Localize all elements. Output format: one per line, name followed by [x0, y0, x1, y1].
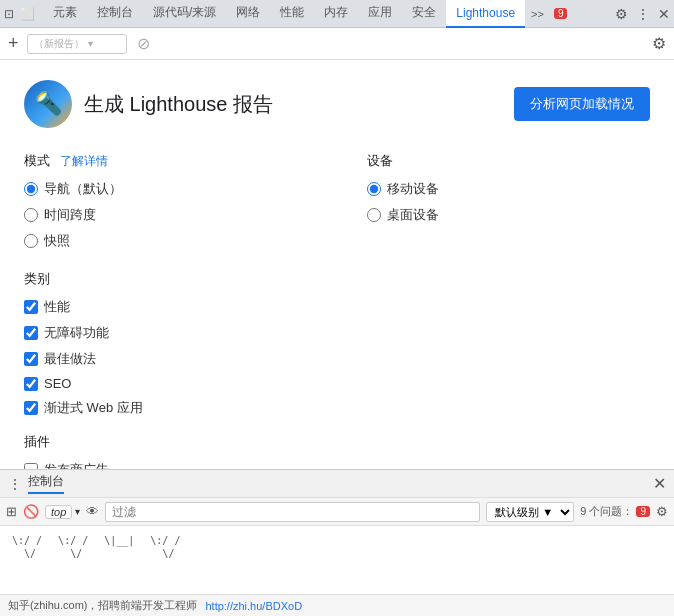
plugins-checkbox-group: 发布商广告 [24, 461, 650, 469]
devtools-icon2[interactable]: ⬜ [20, 7, 35, 21]
tab-security[interactable]: 安全 [402, 0, 446, 28]
mode-option-snapshot[interactable]: 快照 [24, 232, 307, 250]
art-item-1: \:/ / \/ [12, 534, 42, 560]
plugin-publisher-ads-label: 发布商广告 [44, 461, 109, 469]
console-level-select[interactable]: 默认级别 ▼ [486, 502, 574, 522]
console-bottom-text: 知乎(zhihu.com)，招聘前端开发工程师 [8, 598, 197, 613]
devtools-tabs: 元素 控制台 源代码/来源 网络 性能 内存 应用 安全 Lighthouse … [43, 0, 615, 28]
mode-radio-snapshot[interactable] [24, 234, 38, 248]
category-pwa-checkbox[interactable] [24, 401, 38, 415]
category-pwa[interactable]: 渐进式 Web 应用 [24, 399, 650, 417]
console-tab-label[interactable]: 控制台 [28, 473, 64, 494]
tab-network[interactable]: 网络 [226, 0, 270, 28]
console-bottom-bar: 知乎(zhihu.com)，招聘前端开发工程师 http://zhi.hu/BD… [0, 594, 674, 616]
tab-overflow[interactable]: >> [525, 8, 550, 20]
top-badge: top [45, 505, 72, 519]
tab-badge: 9 [554, 8, 568, 19]
console-filter-input[interactable] [105, 502, 480, 522]
plugins-section: 插件 发布商广告 [24, 433, 650, 469]
form-row: 模式 了解详情 导航（默认） 时间跨度 快照 设备 [24, 152, 650, 250]
title-area: 🔦 生成 Lighthouse 报告 [24, 80, 273, 128]
more-icon[interactable]: ⋮ [636, 6, 650, 22]
devtools-icon1[interactable]: ⊡ [4, 7, 14, 21]
mode-label-navigation: 导航（默认） [44, 180, 122, 198]
mode-learn-more-link[interactable]: 了解详情 [60, 154, 108, 168]
plugin-publisher-ads[interactable]: 发布商广告 [24, 461, 650, 469]
top-selector[interactable]: top ▾ [45, 505, 80, 519]
top-dropdown-arrow[interactable]: ▾ [75, 506, 80, 517]
console-close-button[interactable]: ✕ [653, 474, 666, 493]
issues-count-label: 9 个问题： [580, 504, 633, 519]
lighthouse-settings-icon[interactable]: ⚙ [652, 34, 666, 53]
bottom-panel: ⋮ 控制台 ✕ ⊞ 🚫 top ▾ 👁 默认级别 ▼ 9 个问题： 9 ⚙ \:… [0, 469, 674, 616]
device-radio-desktop[interactable] [367, 208, 381, 222]
report-select[interactable]: （新报告） ▾ [27, 34, 127, 54]
mode-section: 模式 了解详情 导航（默认） 时间跨度 快照 [24, 152, 307, 250]
category-seo-label: SEO [44, 376, 71, 391]
console-settings-icon[interactable]: ⚙ [656, 504, 668, 519]
console-art-area: \:/ / \/ \:/ / \/ \|__| \:/ / \/ [0, 526, 674, 568]
category-bestpractices-label: 最佳做法 [44, 350, 96, 368]
category-accessibility[interactable]: 无障碍功能 [24, 324, 650, 342]
report-placeholder: （新报告） [34, 37, 84, 51]
device-label-desktop: 桌面设备 [387, 206, 439, 224]
device-radio-mobile[interactable] [367, 182, 381, 196]
device-radio-group: 移动设备 桌面设备 [367, 180, 650, 224]
mode-option-navigation[interactable]: 导航（默认） [24, 180, 307, 198]
device-label-mobile: 移动设备 [387, 180, 439, 198]
console-toolbar: ⊞ 🚫 top ▾ 👁 默认级别 ▼ 9 个问题： 9 ⚙ [0, 498, 674, 526]
categories-checkbox-group: 性能 无障碍功能 最佳做法 SEO 渐进式 Web 应用 [24, 298, 650, 417]
analyze-button[interactable]: 分析网页加载情况 [514, 87, 650, 121]
console-sidebar-toggle[interactable]: ⊞ [6, 504, 17, 519]
mode-radio-group: 导航（默认） 时间跨度 快照 [24, 180, 307, 250]
art-item-3: \|__| [104, 534, 134, 560]
secondary-bar: + （新报告） ▾ ⊘ ⚙ [0, 28, 674, 60]
lighthouse-header: 🔦 生成 Lighthouse 报告 分析网页加载情况 [24, 80, 650, 128]
mode-label-snapshot: 快照 [44, 232, 70, 250]
category-accessibility-checkbox[interactable] [24, 326, 38, 340]
page-title: 生成 Lighthouse 报告 [84, 91, 273, 118]
tab-console[interactable]: 控制台 [87, 0, 143, 28]
tab-bar-right: ⚙ ⋮ ✕ [615, 6, 670, 22]
tab-memory[interactable]: 内存 [314, 0, 358, 28]
category-performance-checkbox[interactable] [24, 300, 38, 314]
tab-performance[interactable]: 性能 [270, 0, 314, 28]
lighthouse-logo: 🔦 [24, 80, 72, 128]
device-option-mobile[interactable]: 移动设备 [367, 180, 650, 198]
category-performance[interactable]: 性能 [24, 298, 650, 316]
issues-badge-area: 9 个问题： 9 [580, 504, 650, 519]
category-accessibility-label: 无障碍功能 [44, 324, 109, 342]
art-item-4: \:/ / \/ [150, 534, 180, 560]
categories-title: 类别 [24, 270, 650, 288]
chevron-down-icon: ▾ [88, 38, 93, 49]
main-content: 🔦 生成 Lighthouse 报告 分析网页加载情况 模式 了解详情 导航（默… [0, 60, 674, 469]
category-seo-checkbox[interactable] [24, 377, 38, 391]
console-drag-handle[interactable]: ⋮ [8, 476, 22, 492]
tab-lighthouse[interactable]: Lighthouse [446, 0, 525, 28]
console-eye-icon[interactable]: 👁 [86, 504, 99, 519]
device-section: 设备 移动设备 桌面设备 [367, 152, 650, 250]
tab-sources[interactable]: 源代码/来源 [143, 0, 226, 28]
category-seo[interactable]: SEO [24, 376, 650, 391]
mode-label-timespan: 时间跨度 [44, 206, 96, 224]
tab-elements[interactable]: 元素 [43, 0, 87, 28]
mode-radio-navigation[interactable] [24, 182, 38, 196]
issues-red-badge: 9 [636, 506, 650, 517]
categories-section: 类别 性能 无障碍功能 最佳做法 SEO 渐进式 Web 应用 [24, 270, 650, 417]
clear-button[interactable]: ⊘ [137, 34, 150, 53]
mode-radio-timespan[interactable] [24, 208, 38, 222]
category-bestpractices-checkbox[interactable] [24, 352, 38, 366]
tab-bar: ⊡ ⬜ 元素 控制台 源代码/来源 网络 性能 内存 应用 安全 Lightho… [0, 0, 674, 28]
tab-application[interactable]: 应用 [358, 0, 402, 28]
mode-option-timespan[interactable]: 时间跨度 [24, 206, 307, 224]
console-clear-button[interactable]: 🚫 [23, 504, 39, 519]
plugins-title: 插件 [24, 433, 650, 451]
console-bottom-link[interactable]: http://zhi.hu/BDXoD [205, 600, 302, 612]
category-bestpractices[interactable]: 最佳做法 [24, 350, 650, 368]
settings-icon[interactable]: ⚙ [615, 6, 628, 22]
close-icon[interactable]: ✕ [658, 6, 670, 22]
device-option-desktop[interactable]: 桌面设备 [367, 206, 650, 224]
console-header: ⋮ 控制台 ✕ [0, 470, 674, 498]
category-performance-label: 性能 [44, 298, 70, 316]
add-report-button[interactable]: + [8, 33, 19, 54]
